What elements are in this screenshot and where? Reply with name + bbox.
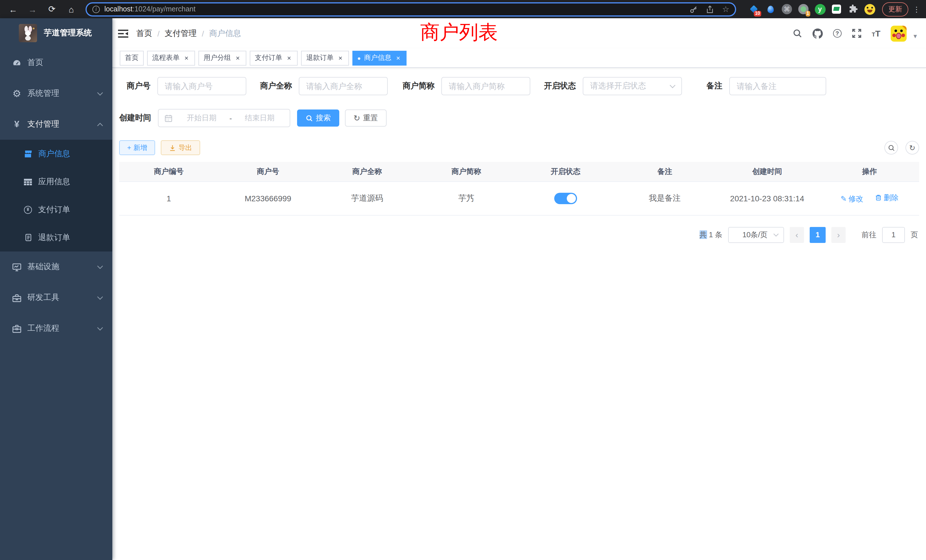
tab-label: 首页: [125, 53, 139, 63]
breadcrumb-payment[interactable]: 支付管理: [165, 28, 197, 38]
close-icon[interactable]: ×: [183, 54, 190, 62]
filter-merchant-name: 商户全称: [260, 77, 388, 95]
search-button[interactable]: 搜索: [297, 109, 339, 127]
link-label: 删除: [884, 192, 899, 203]
sidebar-item-system[interactable]: ⚙ 系统管理: [0, 78, 112, 109]
search-icon[interactable]: [793, 29, 802, 38]
remark-input[interactable]: [729, 77, 826, 95]
edit-link[interactable]: ✎ 修改: [840, 194, 863, 204]
extension-chat-icon[interactable]: [831, 3, 842, 15]
page-number-button[interactable]: 1: [809, 227, 826, 243]
goto-page-input[interactable]: [882, 227, 905, 243]
button-label: 重置: [363, 113, 378, 123]
sidebar-collapse-icon[interactable]: [118, 29, 128, 38]
font-size-icon[interactable]: TT: [872, 29, 881, 38]
sidebar-item-payment[interactable]: ¥ 支付管理: [0, 109, 112, 140]
breadcrumb-home[interactable]: 首页: [136, 28, 152, 38]
extension-balloon-icon[interactable]: [765, 3, 776, 15]
share-icon[interactable]: [706, 5, 714, 14]
col-header-name: 商户全称: [318, 162, 417, 182]
extension-diamond-icon[interactable]: 10: [748, 3, 760, 15]
merchant-no-input[interactable]: [157, 77, 246, 95]
extension-y-icon[interactable]: y: [814, 3, 826, 15]
sidebar-item-label: 商户信息: [38, 148, 70, 159]
tab-pay-order[interactable]: 支付订单 ×: [250, 50, 298, 65]
calendar-icon: [164, 114, 173, 122]
reload-icon[interactable]: ⟳: [47, 4, 57, 14]
refresh-icon: ↻: [909, 144, 915, 152]
sidebar-item-home[interactable]: 首页: [0, 47, 112, 78]
tab-user-group[interactable]: 用户分组 ×: [198, 50, 246, 65]
back-icon[interactable]: ←: [8, 4, 18, 14]
sidebar-item-workflow[interactable]: 工作流程: [0, 313, 112, 344]
sidebar-item-app-info[interactable]: 应用信息: [0, 168, 112, 195]
help-icon[interactable]: ?: [833, 29, 841, 38]
annotation-title: 商户列表: [420, 20, 498, 45]
password-key-icon[interactable]: [690, 5, 698, 14]
breadcrumb: 首页 / 支付管理 / 商户信息: [136, 28, 241, 38]
next-page-button[interactable]: ›: [831, 227, 846, 243]
col-header-create-time: 创建时间: [714, 162, 820, 182]
cell-create-time: 2021-10-23 08:31:14: [714, 182, 820, 215]
filter-merchant-no: 商户号: [127, 77, 246, 95]
col-header-short: 商户简称: [417, 162, 516, 182]
col-header-status: 开启状态: [516, 162, 615, 182]
extension-emoji-icon[interactable]: [864, 3, 875, 15]
button-label: 新增: [133, 143, 147, 153]
close-icon[interactable]: ×: [337, 54, 344, 62]
github-icon[interactable]: [813, 28, 823, 38]
sidebar-item-dev-tools[interactable]: 研发工具: [0, 282, 112, 313]
extension-recorder-icon[interactable]: 1: [798, 3, 809, 15]
avatar[interactable]: [891, 26, 906, 41]
merchant-short-input[interactable]: [441, 77, 530, 95]
url-text[interactable]: localhost:1024/pay/merchant: [104, 5, 682, 13]
tab-merchant-info[interactable]: ● 商户信息 ×: [353, 50, 407, 65]
close-icon[interactable]: ×: [235, 54, 241, 62]
tab-process-form[interactable]: 流程表单 ×: [147, 50, 195, 65]
bookmark-star-icon[interactable]: ☆: [722, 5, 729, 13]
merchant-name-input[interactable]: [299, 77, 388, 95]
app-logo-row[interactable]: 芋道管理系统: [0, 18, 112, 47]
payment-submenu: 商户信息 应用信息 ¥ 支付订单: [0, 140, 112, 251]
tab-refund-order[interactable]: 退款订单 ×: [301, 50, 349, 65]
prev-page-button[interactable]: ‹: [790, 227, 804, 243]
delete-link[interactable]: 删除: [875, 192, 899, 203]
add-button[interactable]: + 新增: [119, 140, 155, 155]
goto-label: 前往: [862, 230, 876, 240]
tab-home[interactable]: 首页: [120, 50, 144, 65]
toggle-search-button[interactable]: [884, 141, 898, 154]
reset-button[interactable]: ↻ 重置: [345, 109, 386, 127]
sidebar-item-pay-order[interactable]: ¥ 支付订单: [0, 195, 112, 224]
refresh-button[interactable]: ↻: [905, 141, 919, 154]
date-separator: -: [226, 114, 236, 122]
avatar-caret-icon[interactable]: ▼: [912, 33, 918, 39]
browser-update-button[interactable]: 更新: [882, 2, 908, 16]
sidebar-menu: 首页 ⚙ 系统管理 ¥ 支付管理: [0, 47, 112, 344]
date-range-picker[interactable]: 开始日期 - 结束日期: [158, 109, 290, 127]
site-info-icon[interactable]: i: [92, 5, 100, 13]
extensions-puzzle-icon[interactable]: [847, 3, 859, 15]
search-icon: [888, 144, 895, 151]
close-icon[interactable]: ×: [395, 54, 402, 62]
close-icon[interactable]: ×: [286, 54, 292, 62]
page-size-select[interactable]: 10条/页: [728, 227, 784, 243]
browser-menu-icon[interactable]: ⋮: [913, 5, 920, 14]
download-icon: [169, 144, 176, 151]
forward-icon[interactable]: →: [27, 4, 38, 14]
export-button[interactable]: 导出: [161, 140, 200, 155]
address-bar[interactable]: i localhost:1024/pay/merchant ☆: [86, 2, 736, 16]
sidebar-item-refund-order[interactable]: 退款订单: [0, 224, 112, 251]
home-icon[interactable]: ⌂: [66, 4, 76, 14]
fullscreen-icon[interactable]: [852, 29, 862, 38]
table-row[interactable]: 1 M233666999 芋道源码 芋艿 我是备注 2021-10-23 08:…: [119, 182, 919, 215]
tab-label: 支付订单: [255, 53, 282, 63]
sidebar-item-merchant-info[interactable]: 商户信息: [0, 140, 112, 168]
status-toggle[interactable]: [554, 192, 577, 204]
button-label: 导出: [179, 143, 192, 153]
extension-command-icon[interactable]: ⌘: [781, 3, 793, 15]
status-select[interactable]: 请选择开启状态: [583, 77, 682, 95]
sidebar-item-infrastructure[interactable]: 基础设施: [0, 251, 112, 282]
sidebar-item-label: 退款订单: [38, 232, 70, 243]
col-header-actions: 操作: [820, 162, 919, 182]
yen-icon: ¥: [12, 120, 22, 129]
